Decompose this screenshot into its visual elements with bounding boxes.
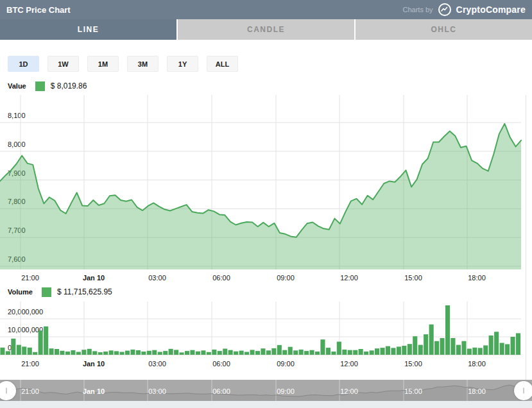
svg-text:06:00: 06:00 [212, 387, 230, 395]
svg-text:21:00: 21:00 [21, 387, 39, 395]
header-bar: BTC Price Chart Charts by CryptoCompare [0, 0, 532, 19]
tab-line[interactable]: LINE [0, 19, 176, 40]
svg-text:06:00: 06:00 [212, 360, 230, 368]
svg-text:03:00: 03:00 [148, 360, 166, 368]
page-title: BTC Price Chart [6, 5, 71, 15]
svg-text:03:00: 03:00 [148, 274, 166, 282]
volume-bar-chart[interactable]: 010,000,00020,000,00021:00Jan 1003:0006:… [0, 300, 532, 371]
svg-text:12:00: 12:00 [340, 360, 358, 368]
range-button-all[interactable]: ALL [207, 56, 238, 72]
range-button-1w[interactable]: 1W [47, 56, 79, 72]
svg-text:18:00: 18:00 [468, 274, 486, 282]
brand-name: CryptoCompare [456, 4, 526, 15]
tab-candle[interactable]: CANDLE [178, 19, 354, 40]
chart-type-tabs: LINE CANDLE OHLC [0, 19, 532, 40]
navigator-sparkline: 21:00Jan 1003:0006:0009:0012:0015:0018:0… [0, 380, 532, 401]
svg-text:15:00: 15:00 [404, 274, 422, 282]
svg-text:12:00: 12:00 [340, 387, 358, 395]
svg-text:10,000,000: 10,000,000 [8, 326, 43, 334]
svg-text:09:00: 09:00 [277, 387, 295, 395]
svg-text:Jan 10: Jan 10 [83, 360, 105, 368]
volume-legend: Volume $ 11,715,625.95 [8, 287, 112, 297]
price-legend-value: $ 8,019.86 [51, 81, 87, 90]
svg-text:06:00: 06:00 [212, 274, 230, 282]
svg-text:21:00: 21:00 [21, 360, 39, 368]
charts-by-label: Charts by [403, 6, 433, 13]
svg-text:15:00: 15:00 [404, 360, 422, 368]
range-button-1d[interactable]: 1D [8, 56, 39, 72]
range-button-3m[interactable]: 3M [127, 56, 159, 72]
cryptocompare-logo-icon [438, 3, 452, 17]
svg-text:21:00: 21:00 [21, 274, 39, 282]
svg-text:8,100: 8,100 [8, 112, 26, 119]
branding[interactable]: Charts by CryptoCompare [403, 3, 526, 17]
price-legend-swatch [35, 81, 45, 91]
volume-legend-swatch [42, 287, 51, 297]
svg-text:12:00: 12:00 [340, 274, 358, 282]
svg-text:15:00: 15:00 [404, 387, 422, 395]
time-range-buttons: 1D 1W 1M 3M 1Y ALL [8, 56, 238, 72]
svg-text:09:00: 09:00 [277, 274, 295, 282]
svg-text:0: 0 [8, 344, 12, 352]
range-navigator[interactable]: 21:00Jan 1003:0006:0009:0012:0015:0018:0… [0, 380, 532, 401]
svg-text:Jan 10: Jan 10 [83, 274, 105, 282]
plot-right-border [526, 95, 526, 380]
navigator-right-handle[interactable] [514, 381, 532, 400]
range-button-1y[interactable]: 1Y [167, 56, 198, 72]
svg-text:18:00: 18:00 [468, 387, 486, 395]
svg-text:03:00: 03:00 [148, 387, 166, 395]
svg-text:8,000: 8,000 [8, 140, 26, 148]
volume-legend-label: Volume [8, 288, 33, 296]
svg-text:20,000,000: 20,000,000 [8, 308, 43, 316]
btc-price-chart-widget: BTC Price Chart Charts by CryptoCompare … [0, 0, 532, 408]
price-area-chart[interactable]: 7,6007,7007,8007,9008,0008,10021:00Jan 1… [0, 95, 532, 284]
price-legend-label: Value [8, 82, 26, 90]
range-button-1m[interactable]: 1M [87, 56, 119, 72]
bottom-strip [0, 401, 532, 408]
tab-ohlc[interactable]: OHLC [356, 19, 532, 40]
volume-legend-value: $ 11,715,625.95 [57, 287, 112, 296]
svg-text:Jan 10: Jan 10 [83, 387, 105, 395]
price-legend: Value $ 8,019.86 [8, 81, 87, 91]
svg-text:18:00: 18:00 [468, 360, 486, 368]
svg-text:09:00: 09:00 [277, 360, 295, 368]
